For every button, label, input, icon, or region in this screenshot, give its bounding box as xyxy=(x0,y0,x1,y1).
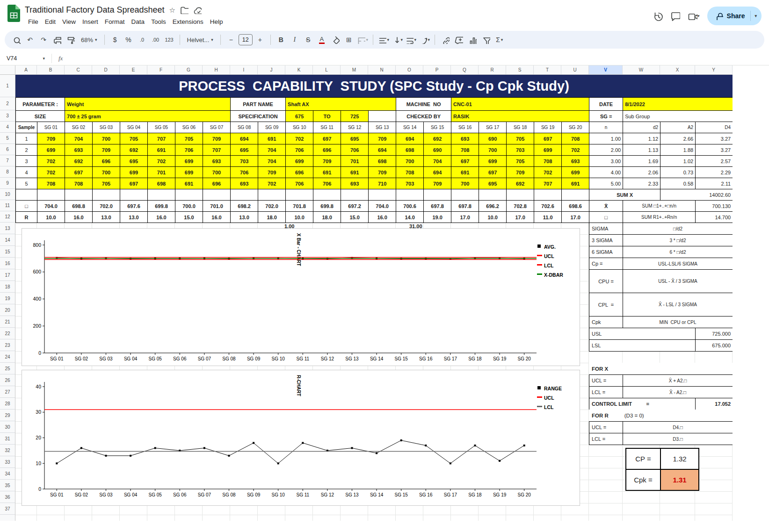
cell[interactable]: 16.0 xyxy=(203,212,231,223)
cell[interactable]: 709 xyxy=(313,156,341,167)
cell[interactable]: 725 xyxy=(341,111,369,122)
text-color-button[interactable]: A xyxy=(316,33,328,46)
row-header-7[interactable]: 7 xyxy=(0,155,15,166)
more-formats-button[interactable]: 123 xyxy=(163,33,175,46)
print-icon[interactable] xyxy=(51,33,63,46)
cell[interactable]: CPL = xyxy=(589,293,623,316)
paint-format-icon[interactable] xyxy=(65,33,77,46)
cell[interactable]: 698.8 xyxy=(65,201,93,212)
column-header-M[interactable]: M xyxy=(341,65,368,74)
cell[interactable]: X̄ - LSL / 3 SIGMA xyxy=(623,293,733,316)
cell[interactable]: 14.700 xyxy=(696,212,733,223)
row-header-34[interactable]: 34 xyxy=(0,468,15,480)
cell[interactable]: 1.12 xyxy=(623,133,660,144)
cell[interactable]: USL xyxy=(589,328,696,340)
cell[interactable]: 2.29 xyxy=(696,167,733,178)
insert-link-icon[interactable] xyxy=(439,33,451,46)
row-header-2[interactable]: 2 xyxy=(0,97,15,110)
cell[interactable]: 703 xyxy=(231,156,258,167)
cell[interactable]: 16.0 xyxy=(369,212,396,223)
cell[interactable]: 0.58 xyxy=(660,178,696,189)
cell[interactable]: SG 14 xyxy=(396,122,424,133)
decrease-font-size-button[interactable]: − xyxy=(225,33,237,46)
row-header-15[interactable]: 15 xyxy=(0,246,15,258)
cell[interactable]: 696 xyxy=(313,144,341,156)
cell[interactable]: DATE xyxy=(589,98,623,111)
cell[interactable]: 700 xyxy=(451,178,479,189)
row-header-3[interactable]: 3 xyxy=(0,110,15,122)
row-header-24[interactable]: 24 xyxy=(0,351,15,363)
row-header-18[interactable]: 18 xyxy=(0,281,15,293)
cell[interactable]: 1.02 xyxy=(660,156,696,167)
cell[interactable] xyxy=(231,189,258,201)
cell[interactable]: 706 xyxy=(341,144,369,156)
cell[interactable]: 699 xyxy=(286,156,313,167)
cell[interactable]: 691 xyxy=(313,167,341,178)
cell[interactable]: 697.2 xyxy=(341,201,369,212)
cell[interactable] xyxy=(369,189,396,201)
r-chart[interactable]: 010203040SG 01SG 02SG 03SG 04SG 05SG 06S… xyxy=(22,370,580,506)
cell[interactable] xyxy=(16,189,37,201)
column-header-Q[interactable]: Q xyxy=(451,65,479,74)
cell[interactable]: MACHINE NO xyxy=(396,98,451,111)
cell[interactable]: 1.13 xyxy=(623,144,660,156)
cell[interactable]: 700 xyxy=(93,167,120,178)
cell[interactable]: D3.□ xyxy=(623,433,733,445)
cell[interactable]: 708 xyxy=(562,133,589,144)
cell[interactable]: 8/1/2022 xyxy=(623,98,733,111)
cell[interactable]: 2.11 xyxy=(696,178,733,189)
cell[interactable]: 1.69 xyxy=(623,156,660,167)
insert-comment-icon[interactable] xyxy=(453,33,465,46)
cell[interactable]: 702 xyxy=(286,133,313,144)
cell[interactable]: 710 xyxy=(369,178,396,189)
cell[interactable]: 694 xyxy=(396,133,424,144)
cell[interactable]: 693 xyxy=(451,133,479,144)
cell[interactable]: SG 09 xyxy=(258,122,286,133)
cell[interactable]: 700 xyxy=(203,167,231,178)
cell[interactable]: 697 xyxy=(479,167,507,178)
cell[interactable]: 701.8 xyxy=(286,201,313,212)
cell[interactable]: 705 xyxy=(507,156,534,167)
cell[interactable]: 709 xyxy=(93,144,120,156)
column-header-P[interactable]: P xyxy=(423,65,451,74)
cell[interactable]: 13.0 xyxy=(231,212,258,223)
cell[interactable]: 701 xyxy=(341,156,369,167)
cell[interactable] xyxy=(534,189,562,201)
cell[interactable]: 702 xyxy=(148,156,175,167)
row-header-35[interactable]: 35 xyxy=(0,480,15,491)
cell[interactable]: 3 * □/d2 xyxy=(623,235,733,246)
cell[interactable] xyxy=(203,189,231,201)
cell[interactable]: 692 xyxy=(65,156,93,167)
cell[interactable]: 698 xyxy=(369,156,396,167)
cell[interactable] xyxy=(507,189,534,201)
italic-button[interactable]: I xyxy=(289,33,301,46)
cell[interactable] xyxy=(258,189,286,201)
row-header-14[interactable]: 14 xyxy=(0,234,15,246)
column-header-B[interactable]: B xyxy=(37,65,65,74)
cell[interactable]: LCL = xyxy=(589,433,623,445)
cell[interactable]: 6 * □/d2 xyxy=(623,246,733,258)
cell[interactable]: 18.0 xyxy=(313,212,341,223)
column-header-F[interactable]: F xyxy=(147,65,175,74)
cell[interactable]: 1.88 xyxy=(660,144,696,156)
cell[interactable]: 709 xyxy=(424,178,451,189)
percent-format-button[interactable]: % xyxy=(123,33,135,46)
cell[interactable]: 702.0 xyxy=(93,201,120,212)
text-rotation-button[interactable]: ▾ xyxy=(418,33,430,46)
cell[interactable]: 702 xyxy=(258,178,286,189)
cell[interactable]: 693 xyxy=(203,156,231,167)
cell[interactable] xyxy=(286,189,313,201)
row-header-31[interactable]: 31 xyxy=(0,433,15,445)
row-header-32[interactable]: 32 xyxy=(0,445,15,456)
cell[interactable]: 699 xyxy=(120,167,148,178)
cell[interactable]: 17.0 xyxy=(562,212,589,223)
cell[interactable]: SG 03 xyxy=(93,122,120,133)
cell[interactable]: 705 xyxy=(93,178,120,189)
cell[interactable]: X̄ xyxy=(589,201,623,212)
cell[interactable]: 2.00 xyxy=(589,144,623,156)
cell[interactable]: 696 xyxy=(93,156,120,167)
cell[interactable]: 698 xyxy=(148,178,175,189)
cell[interactable]: 698.6 xyxy=(562,201,589,212)
cell[interactable]: 699 xyxy=(562,167,589,178)
cell[interactable]: 700.0 xyxy=(175,201,203,212)
